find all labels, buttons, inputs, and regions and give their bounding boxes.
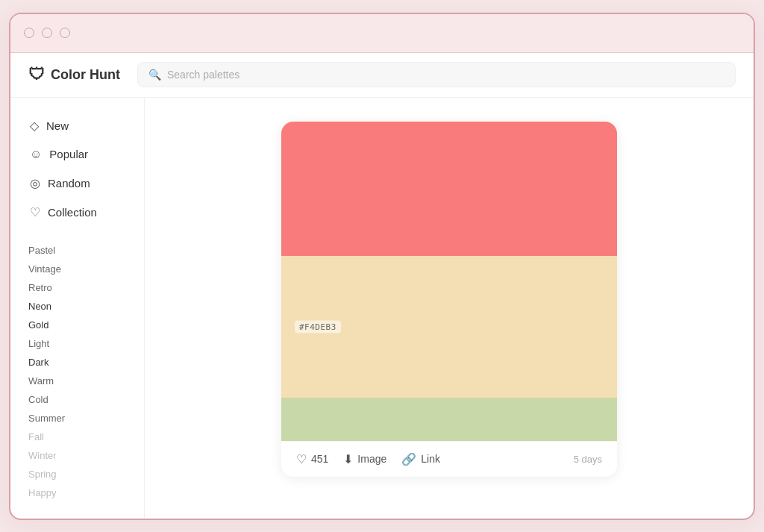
sidebar-item-new[interactable]: ◇ New	[22, 113, 132, 139]
search-bar[interactable]: 🔍 Search palettes	[137, 62, 736, 87]
sidebar-nav-label-popular: Popular	[49, 148, 88, 160]
palette-footer: ♡ 451 ⬇ Image 🔗 Link 5 days	[281, 441, 617, 477]
traffic-light-close[interactable]	[24, 28, 34, 38]
logo-icon: 🛡	[28, 65, 45, 84]
like-button[interactable]: ♡ 451	[296, 452, 328, 466]
tag-cold[interactable]: Cold	[22, 392, 132, 407]
tag-retro[interactable]: Retro	[22, 281, 132, 295]
tag-happy[interactable]: Happy	[22, 486, 132, 500]
tag-spring[interactable]: Spring	[22, 467, 132, 481]
sidebar-nav: ◇ New ☺ Popular ◎ Random ♡ Collection	[22, 113, 132, 225]
image-button[interactable]: ⬇ Image	[343, 452, 386, 466]
titlebar	[10, 14, 754, 53]
sidebar-item-random[interactable]: ◎ Random	[22, 170, 132, 196]
tag-vintage[interactable]: Vintage	[22, 262, 132, 276]
palette-timestamp: 5 days	[574, 454, 602, 465]
sidebar-nav-label-random: Random	[48, 177, 90, 190]
tag-fall[interactable]: Fall	[22, 430, 132, 444]
tag-winter[interactable]: Winter	[22, 448, 132, 463]
image-label: Image	[357, 453, 386, 465]
main-content: ◇ New ☺ Popular ◎ Random ♡ Collection	[10, 98, 754, 519]
tag-neon[interactable]: Neon	[22, 299, 132, 313]
browser-window: 🛡 Color Hunt 🔍 Search palettes ◇ New ☺	[9, 13, 755, 520]
app-title: Color Hunt	[51, 67, 120, 83]
tag-warm[interactable]: Warm	[22, 374, 132, 388]
like-count: 451	[311, 453, 328, 465]
swatch-2[interactable]: #F4DEB3	[281, 256, 617, 398]
sidebar-nav-label-new: New	[46, 119, 69, 132]
sidebar-tags: Pastel Vintage Retro Neon Gold Light Dar…	[22, 243, 132, 500]
sidebar-item-popular[interactable]: ☺ Popular	[22, 142, 132, 167]
link-button[interactable]: 🔗 Link	[401, 452, 440, 466]
random-icon: ◎	[30, 176, 40, 190]
popular-icon: ☺	[30, 148, 42, 161]
collection-icon: ♡	[30, 205, 40, 219]
link-icon: 🔗	[401, 452, 416, 466]
download-icon: ⬇	[343, 452, 353, 466]
traffic-light-maximize[interactable]	[60, 28, 70, 38]
tag-gold[interactable]: Gold	[22, 318, 132, 332]
link-label: Link	[421, 453, 440, 465]
palette-colors: #F4DEB3	[281, 122, 617, 441]
logo-area: 🛡 Color Hunt	[28, 65, 125, 84]
swatch-2-label: #F4DEB3	[295, 320, 341, 333]
tag-pastel[interactable]: Pastel	[22, 243, 132, 257]
sidebar-nav-label-collection: Collection	[48, 206, 97, 219]
new-icon: ◇	[30, 119, 39, 133]
content-area: #F4DEB3 ♡ 451 ⬇ Image	[145, 98, 754, 519]
palette-card: #F4DEB3 ♡ 451 ⬇ Image	[281, 122, 617, 477]
sidebar-item-collection[interactable]: ♡ Collection	[22, 199, 132, 225]
swatch-3[interactable]	[281, 398, 617, 441]
tag-dark[interactable]: Dark	[22, 355, 132, 369]
traffic-light-minimize[interactable]	[42, 28, 52, 38]
tag-summer[interactable]: Summer	[22, 411, 132, 425]
tag-light[interactable]: Light	[22, 337, 132, 351]
app-header: 🛡 Color Hunt 🔍 Search palettes	[10, 53, 754, 98]
swatch-1[interactable]	[281, 122, 617, 256]
heart-icon: ♡	[296, 452, 307, 466]
search-placeholder: Search palettes	[167, 69, 239, 81]
search-icon: 🔍	[148, 69, 161, 81]
sidebar: ◇ New ☺ Popular ◎ Random ♡ Collection	[10, 98, 145, 519]
